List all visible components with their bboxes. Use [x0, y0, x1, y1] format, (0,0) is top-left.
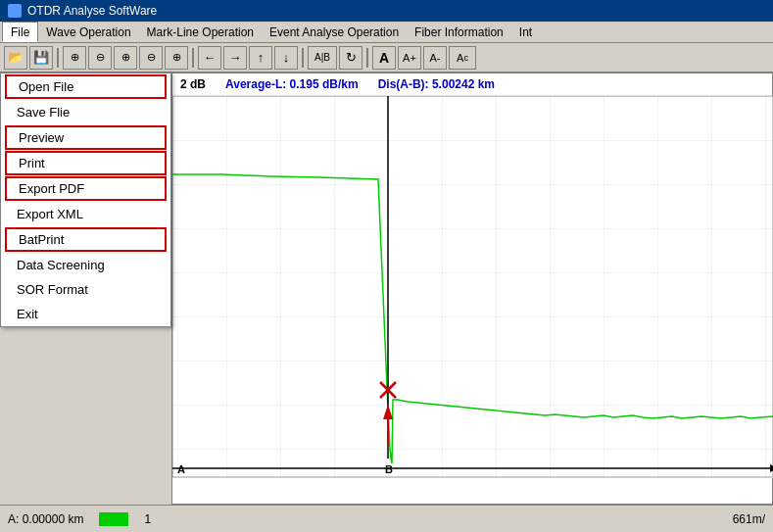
arrow-down-btn[interactable]: ↓: [274, 46, 298, 70]
open-folder-btn[interactable]: 📂: [4, 46, 27, 70]
dis-ab-label: Dis(A-B): 5.00242 km: [378, 77, 495, 91]
menu-data-screening[interactable]: Data Screening: [1, 253, 170, 277]
menu-bar: File Wave Operation Mark-Line Operation …: [0, 22, 773, 43]
title-bar: OTDR Analyse SoftWare: [0, 0, 773, 22]
menu-wave-operation[interactable]: Wave Operation: [38, 22, 138, 42]
arrow-left-btn[interactable]: ←: [198, 46, 221, 70]
zoom-in2-btn[interactable]: ⊕: [114, 46, 137, 70]
text-ac-btn[interactable]: Ac: [449, 46, 476, 70]
file-dropdown-menu: Open File Save Flie Preview Print Export…: [0, 73, 171, 327]
status-bar: A: 0.00000 km 1 661m/: [0, 505, 773, 532]
average-l-label: Average-L: 0.195 dB/km: [225, 77, 359, 91]
zoom-out2-btn[interactable]: ⊖: [139, 46, 163, 70]
menu-batprint[interactable]: BatPrint: [5, 227, 167, 252]
ab-btn[interactable]: A|B: [308, 46, 337, 70]
menu-mark-line[interactable]: Mark-Line Operation: [139, 22, 262, 42]
text-aminus-btn[interactable]: A-: [423, 46, 447, 70]
status-green-indicator: [99, 512, 128, 526]
zoom-out-btn[interactable]: ⊖: [88, 46, 112, 70]
svg-rect-4: [172, 96, 773, 478]
app-icon: [8, 4, 22, 18]
svg-text:A: A: [177, 463, 185, 475]
menu-save-flie[interactable]: Save Flie: [1, 100, 170, 124]
status-channel: 1: [144, 512, 151, 526]
zoom-in-btn[interactable]: ⊕: [63, 46, 86, 70]
menu-exit[interactable]: Exit: [1, 302, 170, 326]
text-a-btn[interactable]: A: [372, 46, 396, 70]
menu-export-pdf[interactable]: Export PDF: [5, 176, 167, 201]
menu-int[interactable]: Int: [511, 22, 540, 42]
toolbar: 📂 💾 ⊕ ⊖ ⊕ ⊖ ⊕ ← → ↑ ↓ A|B ↻ A A+ A- Ac: [0, 43, 773, 73]
menu-preview[interactable]: Preview: [5, 125, 167, 150]
text-aplus-btn[interactable]: A+: [398, 46, 421, 70]
arrow-up-btn[interactable]: ↑: [249, 46, 272, 70]
toolbar-separator-2: [192, 48, 194, 68]
status-end-distance: 661m/: [733, 512, 765, 526]
graph-svg: A B: [172, 96, 773, 478]
arrow-right-btn[interactable]: →: [223, 46, 247, 70]
db-label: 2 dB: [180, 77, 206, 91]
main-content: Open File Save Flie Preview Print Export…: [0, 73, 773, 505]
chart-header: 2 dB Average-L: 0.195 dB/km Dis(A-B): 5.…: [172, 73, 772, 96]
toolbar-separator-4: [366, 48, 368, 68]
rotate-btn[interactable]: ↻: [339, 46, 362, 70]
graph-area: 2 dB Average-L: 0.195 dB/km Dis(A-B): 5.…: [171, 73, 773, 505]
app-title: OTDR Analyse SoftWare: [27, 4, 157, 18]
toolbar-separator-3: [302, 48, 304, 68]
save-btn[interactable]: 💾: [29, 46, 53, 70]
menu-fiber-info[interactable]: Fiber Information: [407, 22, 511, 42]
menu-open-file[interactable]: Open File: [5, 74, 167, 99]
menu-file[interactable]: File: [2, 22, 38, 42]
menu-sor-format[interactable]: SOR Format: [1, 277, 170, 302]
status-a-position: A: 0.00000 km: [8, 512, 83, 526]
zoom-full-btn[interactable]: ⊕: [165, 46, 188, 70]
menu-print[interactable]: Print: [5, 151, 167, 175]
menu-event-analyse[interactable]: Event Analyse Operation: [262, 22, 407, 42]
toolbar-separator-1: [57, 48, 59, 68]
svg-text:B: B: [385, 463, 393, 475]
menu-export-xml[interactable]: Export XML: [1, 202, 170, 226]
